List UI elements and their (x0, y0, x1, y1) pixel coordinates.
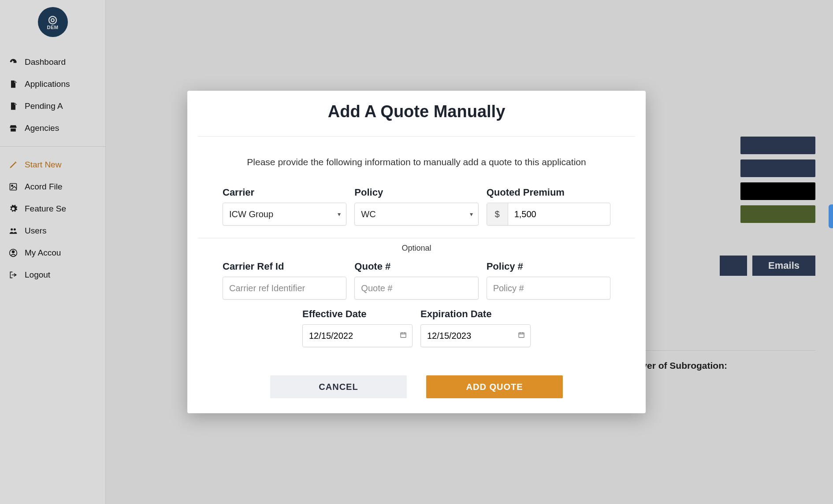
modal-actions: CANCEL ADD QUOTE (187, 347, 646, 406)
policy-label: Policy (354, 187, 478, 198)
carrier-ref-input[interactable] (229, 283, 340, 293)
add-quote-button[interactable]: ADD QUOTE (426, 375, 563, 398)
policy-number-label: Policy # (487, 261, 610, 272)
policy-number-field: Policy # (487, 261, 610, 300)
premium-field: Quoted Premium $ (487, 187, 610, 226)
add-quote-modal: Add A Quote Manually Please provide the … (187, 91, 646, 413)
form-row-optional: Carrier Ref Id Quote # Policy # (187, 261, 646, 300)
modal-title: Add A Quote Manually (187, 91, 646, 136)
effective-date-field: Effective Date (302, 308, 413, 347)
effective-date-input[interactable] (309, 331, 406, 341)
policy-select[interactable]: ▾ (354, 203, 478, 226)
form-row-primary: Carrier ▾ Policy ▾ Quoted Premium $ (187, 187, 646, 226)
carrier-ref-input-wrap[interactable] (223, 277, 346, 300)
carrier-label: Carrier (223, 187, 346, 198)
premium-input[interactable] (514, 203, 604, 225)
policy-field: Policy ▾ (354, 187, 478, 226)
modal-subtitle: Please provide the following information… (187, 137, 646, 187)
carrier-select[interactable]: ▾ (223, 203, 346, 226)
expiration-date-input-wrap[interactable] (420, 324, 531, 347)
premium-label: Quoted Premium (487, 187, 610, 198)
carrier-ref-label: Carrier Ref Id (223, 261, 346, 272)
premium-input-group: $ (487, 203, 610, 226)
effective-date-input-wrap[interactable] (302, 324, 413, 347)
expiration-date-label: Expiration Date (420, 308, 531, 320)
carrier-field: Carrier ▾ (223, 187, 346, 226)
quote-number-field: Quote # (354, 261, 478, 300)
currency-prefix: $ (487, 203, 508, 225)
quote-number-input-wrap[interactable] (354, 277, 478, 300)
effective-date-label: Effective Date (302, 308, 413, 320)
quote-number-label: Quote # (354, 261, 478, 272)
cancel-button[interactable]: CANCEL (270, 375, 407, 398)
policy-value[interactable] (361, 209, 472, 219)
quote-number-input[interactable] (361, 283, 472, 293)
policy-number-input[interactable] (493, 283, 604, 293)
carrier-ref-field: Carrier Ref Id (223, 261, 346, 300)
expiration-date-input[interactable] (427, 331, 524, 341)
policy-number-input-wrap[interactable] (487, 277, 610, 300)
dates-row: Effective Date Expiration Date (187, 300, 646, 347)
optional-section-label: Optional (187, 238, 646, 261)
carrier-value[interactable] (229, 209, 340, 219)
expiration-date-field: Expiration Date (420, 308, 531, 347)
